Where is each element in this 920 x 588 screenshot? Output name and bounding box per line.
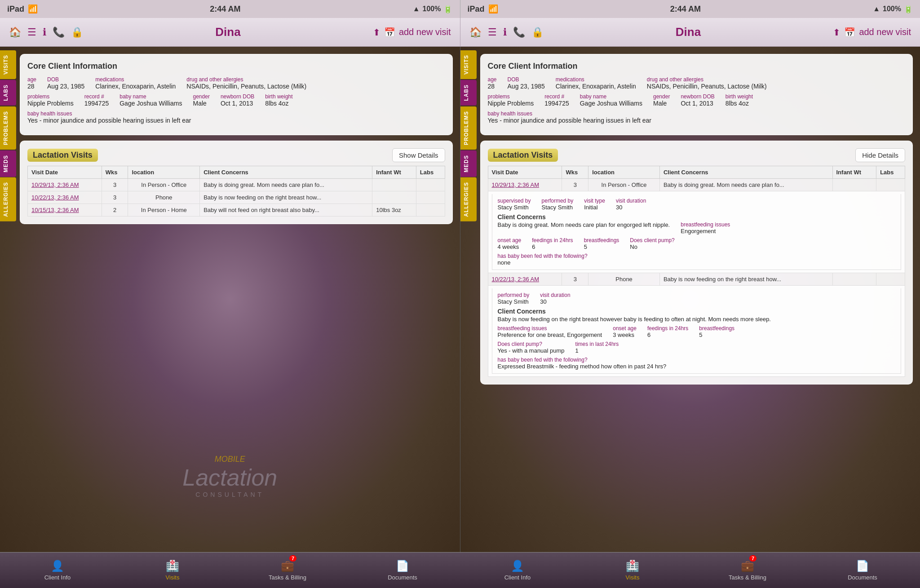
- ipad-label: iPad: [7, 4, 24, 14]
- visit-date-link-r2[interactable]: 10/22/13, 2:36 AM: [492, 276, 540, 283]
- detail-grid-1a: supervised by Stacy Smith performed by S…: [498, 198, 896, 211]
- performed-by-2: performed by Stacy Smith: [498, 292, 530, 305]
- wifi-icon: 📶: [28, 4, 38, 14]
- dob-value-r: Aug 23, 1985: [508, 83, 545, 90]
- hide-details-button[interactable]: Hide Details: [855, 148, 905, 162]
- tasks-icon: 💼: [281, 560, 294, 572]
- phone-icon-right[interactable]: 📞: [513, 27, 525, 38]
- health-issues-cell-r: baby health issues Yes - minor jaundice …: [488, 111, 651, 124]
- lock-icon[interactable]: 🔒: [71, 27, 83, 38]
- detail-grid-2b: breastfeeding issues Preference for one …: [498, 325, 896, 338]
- tab-documents-left[interactable]: 📄 Documents: [345, 553, 460, 588]
- menu-icon-right[interactable]: ☰: [488, 27, 497, 38]
- status-left-info: iPad 📶: [7, 4, 38, 14]
- nav-bar-right: 🏠 ☰ ℹ 📞 🔒 Dina ⬆ 📅 add new visit: [460, 18, 920, 46]
- fed-section-1: has baby been fed with the following? no…: [498, 253, 896, 266]
- times-2: times in last 24hrs 1: [575, 341, 619, 354]
- detail-grid-2a: performed by Stacy Smith visit duration …: [498, 292, 896, 305]
- health-issues-label-r: baby health issues: [488, 111, 651, 117]
- tab-documents-right[interactable]: 📄 Documents: [805, 553, 920, 588]
- sidebar-item-visits-right[interactable]: VISITS: [460, 50, 477, 79]
- client-info-row1-right: age 28 DOB Aug 23, 1985 medications Clar…: [488, 76, 906, 90]
- visit-date-link[interactable]: 10/29/13, 2:36 AM: [31, 181, 79, 188]
- menu-icon[interactable]: ☰: [27, 27, 36, 38]
- infant-wt-cell: 10lbs 3oz: [372, 204, 416, 217]
- visit-date-cell: 10/22/13, 2:36 AM: [28, 191, 102, 204]
- age-cell: age 28: [27, 76, 36, 90]
- tab-tasks-left[interactable]: 7 💼 Tasks & Billing: [230, 553, 345, 588]
- home-icon[interactable]: 🏠: [9, 27, 21, 38]
- right-panel: VISITS LABS PROBLEMS MEDS ALLERGIES Core…: [460, 47, 920, 552]
- client-info-row2: problems Nipple Problems record # 199472…: [27, 93, 445, 107]
- feedings-label-2: feedings in 24hrs: [647, 325, 688, 332]
- visit-date-cell: 10/29/13, 2:36 AM: [28, 179, 102, 191]
- sidebar-item-meds-right[interactable]: MEDS: [460, 150, 477, 177]
- show-details-button[interactable]: Show Details: [392, 148, 445, 162]
- sidebar-item-allergies-right[interactable]: ALLERGIES: [460, 177, 477, 221]
- sidebar-item-labs-right[interactable]: LABS: [460, 80, 477, 106]
- add-visit-button-left[interactable]: ⬆ 📅 add new visit: [373, 27, 451, 38]
- col-infant-wt: Infant Wt: [372, 166, 416, 179]
- sidebar-item-meds-left[interactable]: MEDS: [0, 150, 16, 177]
- performed-by: performed by Stacy Smith: [542, 198, 574, 211]
- supervised-by: supervised by Stacy Smith: [498, 198, 531, 211]
- performed-by-label-2: performed by: [498, 292, 530, 298]
- phone-icon[interactable]: 📞: [53, 27, 65, 38]
- sidebar-item-problems-right[interactable]: PROBLEMS: [460, 106, 477, 150]
- battery-icon-right: 🔋: [904, 5, 913, 13]
- col-location-r: location: [588, 166, 660, 179]
- tab-visits-left[interactable]: 🏥 Visits: [115, 553, 230, 588]
- feedings: feedings in 24hrs 6: [532, 237, 573, 250]
- detail-grid-1c: onset age 4 weeks feedings in 24hrs 6: [498, 237, 896, 250]
- visit-type-value: Initial: [584, 204, 605, 211]
- signal-icon: ▲: [413, 5, 420, 13]
- info-icon[interactable]: ℹ: [43, 27, 46, 38]
- performed-by-value: Stacy Smith: [542, 204, 574, 211]
- concerns-full-value-2: Baby is now feeding on the right breast …: [498, 316, 896, 323]
- client-info-card-right: Core Client Information age 28 DOB Aug 2…: [480, 54, 913, 135]
- client-info-icon-r: 👤: [511, 560, 524, 572]
- onset-age-value-2: 3 weeks: [613, 332, 637, 338]
- pump: Does client pump? No: [630, 237, 674, 250]
- sidebar-item-problems-left[interactable]: PROBLEMS: [0, 106, 16, 150]
- nav-right-left: ⬆ 📅 add new visit: [373, 27, 451, 38]
- client-concerns-heading-1: Client Concerns: [498, 213, 896, 221]
- fed-label-1: has baby been fed with the following?: [498, 253, 896, 259]
- gender-value: Male: [193, 100, 210, 107]
- table-row-detail: supervised by Stacy Smith performed by S…: [488, 191, 905, 273]
- side-tabs-left: VISITS LABS PROBLEMS MEDS ALLERGIES: [0, 47, 16, 552]
- tab-tasks-right[interactable]: 7 💼 Tasks & Billing: [690, 553, 805, 588]
- time-left: 2:44 AM: [210, 4, 240, 14]
- visit-date-link-r[interactable]: 10/29/13, 2:36 AM: [492, 181, 540, 188]
- onset-age-label: onset age: [498, 237, 522, 243]
- tab-client-info-right[interactable]: 👤 Client Info: [460, 553, 575, 588]
- health-issues-cell: baby health issues Yes - minor jaundice …: [27, 111, 191, 124]
- tab-visits-right[interactable]: 🏥 Visits: [575, 553, 690, 588]
- sidebar-item-visits-left[interactable]: VISITS: [0, 50, 16, 79]
- info-icon-right[interactable]: ℹ: [503, 27, 507, 38]
- visit-date-link[interactable]: 10/22/13, 2:36 AM: [31, 194, 79, 201]
- location-cell-r: In Person - Office: [588, 179, 660, 191]
- sidebar-item-labs-left[interactable]: LABS: [0, 80, 16, 106]
- home-icon-right[interactable]: 🏠: [469, 27, 482, 38]
- labs-cell-r: [876, 179, 905, 191]
- detail-section-1: supervised by Stacy Smith performed by S…: [492, 194, 902, 270]
- visits-table-left: Visit Date Wks location Client Concerns …: [27, 166, 445, 217]
- location-cell: In Person - Home: [128, 204, 200, 217]
- newborn-dob-value: Oct 1, 2013: [221, 100, 254, 107]
- newborn-dob-cell: newborn DOB Oct 1, 2013: [221, 93, 254, 107]
- lock-icon-right[interactable]: 🔒: [531, 27, 544, 38]
- visit-date-link[interactable]: 10/15/13, 2:36 AM: [31, 207, 79, 213]
- add-visit-button-right[interactable]: ⬆ 📅 add new visit: [833, 27, 911, 38]
- sidebar-item-allergies-left[interactable]: ALLERGIES: [0, 177, 16, 221]
- medications-cell: medications Clarinex, Enoxaparin, Asteli…: [95, 76, 176, 90]
- location-cell-r2: Phone: [588, 273, 660, 286]
- table-row: 10/15/13, 2:36 AM 2 In Person - Home Bab…: [28, 204, 445, 217]
- client-info-row1: age 28 DOB Aug 23, 1985 medications Clar…: [27, 76, 445, 90]
- tab-client-info-left[interactable]: 👤 Client Info: [0, 553, 115, 588]
- wks-cell: 2: [102, 204, 128, 217]
- concerns-cell-r: Baby is doing great. Mom needs care plan…: [659, 179, 832, 191]
- birth-weight-cell: birth weight 8lbs 4oz: [265, 93, 292, 107]
- allergies-label: drug and other allergies: [186, 76, 306, 83]
- visit-duration-2: visit duration 30: [540, 292, 570, 305]
